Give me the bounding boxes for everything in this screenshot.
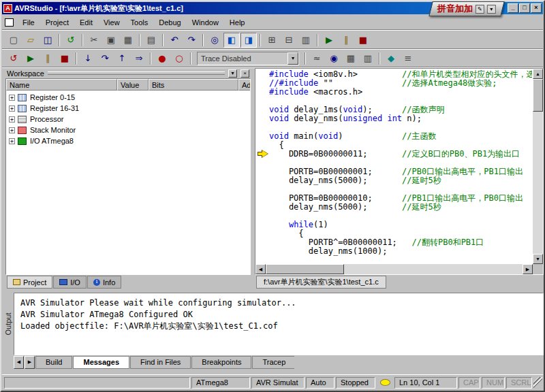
print-button[interactable]: ▤ [143, 33, 159, 48]
dropdown-arrow-icon[interactable]: ▾ [287, 52, 298, 65]
menu-view[interactable]: View [98, 16, 125, 29]
toggle-breakpoint-button[interactable]: ● [154, 51, 170, 66]
code-line[interactable]: delay_nms(5000); //延时5秒 [269, 176, 532, 185]
scroll-down-icon[interactable]: ▼ [533, 254, 543, 264]
stop-button[interactable]: ■ [355, 33, 371, 48]
output-tab-messages[interactable]: Messages [73, 356, 129, 369]
run-button[interactable]: ▶ [321, 33, 337, 48]
workspace-menu-icon[interactable]: ▾ [228, 69, 237, 78]
menu-tools[interactable]: Tools [125, 16, 154, 29]
break-button[interactable]: ∥ [40, 51, 56, 66]
menu-help[interactable]: Help [224, 16, 251, 29]
output-tab-build[interactable]: Build [35, 356, 72, 369]
scroll-left-icon[interactable]: ◀ [255, 264, 266, 274]
workspace-tab-info[interactable]: Info [87, 276, 121, 289]
close-button[interactable]: × [531, 3, 542, 13]
code-line[interactable]: delay_nms(5000); //延时5秒 [269, 203, 532, 212]
tree-item-i-o-atmega8[interactable]: +I/O ATmega8 [6, 135, 250, 146]
column-header-ad[interactable]: Ad [238, 79, 250, 91]
expand-icon[interactable]: + [9, 138, 15, 144]
expand-icon[interactable]: + [9, 95, 15, 101]
expand-icon[interactable]: + [9, 127, 15, 133]
toggle-bookmark-button[interactable]: ◆ [383, 51, 399, 66]
expand-icon[interactable]: + [9, 105, 15, 112]
tab-scroll-right-icon[interactable]: ▶ [25, 356, 35, 369]
find-button[interactable]: ◎ [206, 33, 223, 48]
save-file-button[interactable]: ◫ [40, 33, 56, 48]
ime-toolbar[interactable]: 拼音加加 ✎ ▾ [429, 1, 504, 16]
scroll-up-icon[interactable]: ▲ [533, 69, 543, 79]
code-line[interactable]: #include <macros.h> [269, 88, 532, 97]
watch-window-button[interactable]: ▥ [298, 33, 314, 48]
project-window-button[interactable]: ⊞ [264, 33, 280, 48]
code-line[interactable]: delay_nms(1000); [269, 247, 532, 256]
expand-icon[interactable]: + [9, 116, 15, 122]
reset-button[interactable]: ↺ [5, 51, 22, 66]
remove-breakpoints-button[interactable]: ○ [171, 51, 187, 66]
editor-horizontal-scrollbar[interactable]: ◀ ▶ [255, 264, 533, 274]
horizontal-scroll-thumb[interactable] [266, 264, 344, 274]
source-view-button[interactable]: ◧ [223, 33, 240, 48]
run-debug-button[interactable]: ▶ [22, 51, 39, 66]
tree-item-stack-monitor[interactable]: +Stack Monitor [6, 125, 250, 135]
code-line[interactable]: void main(void) //主函数 [269, 132, 532, 141]
step-out-button[interactable]: ↑ [114, 51, 130, 66]
code-line[interactable]: DDRB=0B00000011; //定义B口的PB0、PB1为输出口 [269, 150, 532, 159]
options-button[interactable]: ≡ [400, 51, 416, 66]
code-editor[interactable]: #include <iom8v.h> //和单片机类型相对应的头文件，选择//#… [255, 68, 544, 275]
pause-button[interactable]: ∥ [338, 33, 354, 48]
output-tab-breakpoints[interactable]: Breakpoints [191, 356, 251, 369]
workspace-drag-grip[interactable] [48, 71, 225, 75]
ime-menu-icon[interactable]: ▾ [487, 5, 496, 14]
code-text[interactable]: #include <iom8v.h> //和单片机类型相对应的头文件，选择//#… [269, 70, 532, 263]
output-tab-find-in-files[interactable]: Find in Files [130, 356, 191, 369]
mdi-document-icon[interactable] [5, 18, 14, 27]
tree-item-register-0-15[interactable]: +Register 0-15 [6, 92, 250, 103]
column-header-bits[interactable]: Bits [149, 79, 238, 91]
redo-button[interactable]: ↷ [183, 33, 200, 48]
workspace-close-icon[interactable]: × [240, 69, 249, 78]
quickwatch-button[interactable]: ◉ [326, 51, 342, 66]
new-file-button[interactable]: ▢ [5, 33, 22, 48]
disassembly-view-button[interactable]: ◨ [240, 33, 257, 48]
workspace-tab-i-o[interactable]: I/O [53, 276, 87, 289]
column-header-value[interactable]: Value [117, 79, 149, 91]
undo-button[interactable]: ↶ [166, 33, 183, 48]
maximize-button[interactable]: □ [519, 3, 530, 13]
trace-combo[interactable]: Trace Disabled▾ [197, 52, 299, 65]
output-tab-tracep[interactable]: Tracep [252, 356, 294, 369]
menu-file[interactable]: File [17, 16, 40, 29]
menu-window[interactable]: Window [187, 16, 224, 29]
scroll-right-icon[interactable]: ▶ [523, 264, 533, 274]
resize-grip[interactable] [533, 377, 542, 389]
vertical-scroll-thumb[interactable] [533, 79, 543, 112]
register-window-button[interactable]: ▥ [360, 51, 376, 66]
stop-debugging-button[interactable]: ■ [57, 51, 73, 66]
output-log[interactable]: AVR Simulator Please wait while configur… [14, 293, 544, 355]
trace-window-button[interactable]: ≈ [309, 51, 325, 66]
cut-button[interactable]: ✂ [86, 33, 102, 48]
step-into-button[interactable]: ↓ [80, 51, 96, 66]
tab-scroll-left-icon[interactable]: ◀ [14, 356, 24, 369]
output-window-button[interactable]: ⊟ [281, 33, 297, 48]
workspace-tab-project[interactable]: Project [7, 276, 52, 289]
memory-window-button[interactable]: ▦ [343, 51, 359, 66]
code-line[interactable]: void delay_nms(unsigned int n); [269, 114, 532, 123]
menu-debug[interactable]: Debug [153, 16, 186, 29]
tree-item-processor[interactable]: +Processor [6, 114, 250, 125]
run-to-cursor-button[interactable]: ⇒ [131, 51, 147, 66]
workspace-header[interactable]: Workspace ▾ × [5, 68, 251, 78]
paste-button[interactable]: ▦ [120, 33, 136, 48]
menu-edit[interactable]: Edit [74, 16, 98, 29]
menu-project[interactable]: Project [40, 16, 74, 29]
file-tab[interactable]: f:\avr单片机实验室\实验1\test_c1.c [256, 276, 386, 289]
column-header-name[interactable]: Name [6, 79, 117, 91]
output-pane-titlebar[interactable]: Output [3, 293, 13, 355]
code-line[interactable]: while(1) [269, 220, 532, 229]
tree-item-register-16-31[interactable]: +Register 16-31 [6, 103, 250, 114]
minimize-button[interactable]: _ [508, 3, 518, 13]
copy-button[interactable]: ▣ [103, 33, 119, 48]
ime-pen-icon[interactable]: ✎ [476, 5, 484, 14]
step-over-button[interactable]: ↷ [97, 51, 113, 66]
open-file-button[interactable]: ▱ [22, 33, 39, 48]
